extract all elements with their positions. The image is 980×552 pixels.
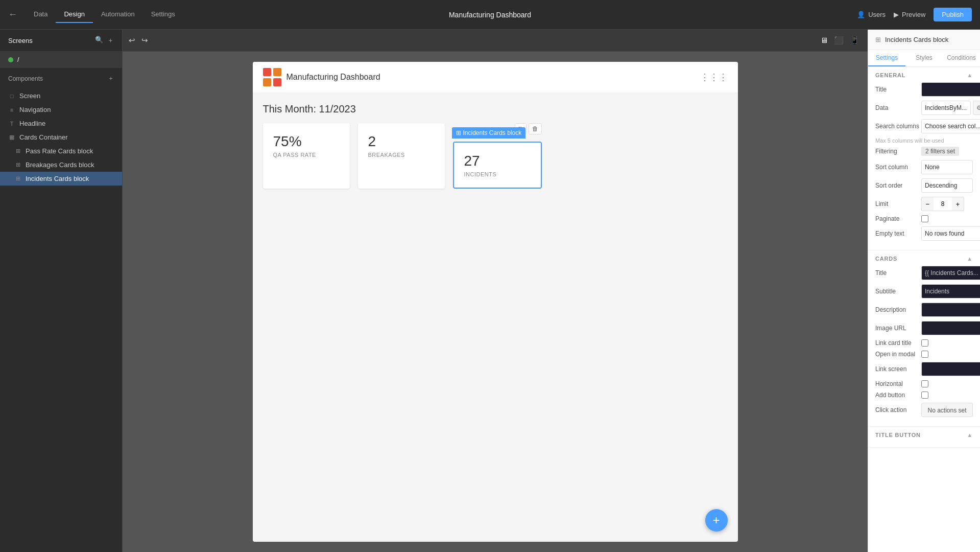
panel-icon: ⊞ [875,36,881,43]
empty-text-label: Empty text [875,230,921,237]
sidebar-item-breakages[interactable]: ⊞ Breakages Cards block [0,158,122,172]
breakages-label: BREAKAGES [368,152,435,158]
sort-order-select[interactable]: Descending [921,178,973,193]
right-panel: ⊞ Incidents Cards block Settings Styles … [868,30,980,552]
limit-stepper: − + [921,197,964,211]
field-sort-column: Sort column None [875,160,973,174]
tab-settings[interactable]: Settings [868,50,905,66]
screen-dot [8,57,13,62]
title-button-collapse-icon[interactable]: ▲ [967,432,973,438]
sidebar-item-headline[interactable]: T Headline [0,117,122,130]
limit-label: Limit [875,200,921,208]
add-component-icon[interactable]: ＋ [108,74,114,83]
search-columns-input-group: Choose search col... [921,119,980,133]
incidents-value: 27 [464,153,531,169]
tab-styles[interactable]: Styles [905,50,943,66]
sidebar-item-incidents[interactable]: ⊞ Incidents Cards block [0,172,122,186]
general-collapse-icon[interactable]: ▲ [967,72,973,78]
limit-decrement-btn[interactable]: − [921,197,934,211]
sidebar-item-screen[interactable]: □ Screen [0,89,122,103]
main-layout: Screens 🔍 ＋ / Components ＋ □ Screen ≡ Na… [0,30,980,552]
image-url-input[interactable] [921,321,980,335]
pass-rate-icon: ⊞ [14,148,21,155]
back-button[interactable]: ← [8,9,17,20]
delete-card-button[interactable]: 🗑 [529,123,542,134]
tab-automation[interactable]: Automation [93,6,143,23]
preview-button[interactable]: ▶ Preview [894,11,925,18]
filters-tag[interactable]: 2 filters set [921,147,959,156]
link-card-title-checkbox[interactable] [921,339,928,347]
users-button[interactable]: 👤 Users [857,11,886,18]
screen-item-root[interactable]: / [0,52,122,67]
description-input[interactable] [921,303,980,317]
incidents-card-inner: 27 INCIDENTS [454,143,541,188]
view-buttons: 🖥 ⬛ 📱 [818,34,862,47]
screens-label: Screens [8,37,33,44]
cards-title-input-group: ⚡ [921,266,980,280]
horizontal-checkbox[interactable] [921,380,928,387]
sidebar-item-cards-container[interactable]: ▦ Cards Container [0,130,122,144]
dots-menu-icon[interactable]: ⋮⋮⋮ [700,72,728,83]
canvas-toolbar: ↩ ↪ 🖥 ⬛ 📱 [123,30,868,52]
data-gear-btn[interactable]: ⚙ [973,101,980,115]
tab-conditions[interactable]: Conditions [943,50,980,66]
image-url-label: Image URL [875,325,921,332]
tablet-view-button[interactable]: ⬛ [832,34,846,47]
data-select[interactable]: IncidentsByM... [921,101,971,115]
add-button-checkbox[interactable] [921,392,928,399]
search-columns-select[interactable]: Choose search col... [921,119,980,133]
tab-data[interactable]: Data [26,6,56,23]
limit-input[interactable] [934,197,952,211]
headline-icon: T [8,120,15,127]
cards-title-input[interactable] [921,266,980,280]
publish-button[interactable]: Publish [934,8,972,21]
filtering-label: Filtering [875,148,921,155]
paginate-checkbox[interactable] [921,215,928,222]
breakages-icon: ⊞ [14,162,21,169]
screen-frame: Manufacturing Dashboard ⋮⋮⋮ This Month: … [253,62,738,542]
incidents-card-selected[interactable]: 27 INCIDENTS [453,142,542,189]
link-screen-input[interactable] [921,362,980,376]
description-input-group: ⚡ [921,303,980,317]
pass-rate-card[interactable]: 75% QA PASS RATE [263,123,350,189]
sidebar-item-pass-rate[interactable]: ⊞ Pass Rate Cards block [0,144,122,158]
tab-design[interactable]: Design [56,6,92,23]
sidebar-item-navigation[interactable]: ≡ Navigation [0,103,122,117]
subtitle-input-group: ⚡ [921,284,980,298]
search-icon[interactable]: 🔍 [95,36,103,45]
data-label: Data [875,104,921,111]
panel-header: ⊞ Incidents Cards block [868,30,980,50]
open-in-modal-checkbox[interactable] [921,351,928,358]
subtitle-input[interactable] [921,284,980,298]
undo-button[interactable]: ↩ [129,36,135,45]
cards-collapse-icon[interactable]: ▲ [967,256,973,262]
sort-column-select[interactable]: None [921,160,973,174]
screen-body: This Month: 11/2023 75% QA PASS RATE 2 B… [253,93,738,199]
redo-button[interactable]: ↪ [141,36,148,45]
cards-section-label: CARDS ▲ [875,256,973,262]
empty-text-input[interactable] [921,226,980,241]
right-actions: 👤 Users ▶ Preview Publish [857,8,972,21]
tab-settings[interactable]: Settings [143,6,183,23]
add-screen-icon[interactable]: ＋ [107,36,114,45]
field-horizontal: Horizontal [875,380,973,387]
panel-tabs: Settings Styles Conditions [868,50,980,67]
title-input[interactable] [921,82,980,97]
nav-tabs: Data Design Automation Settings [26,6,183,23]
field-open-in-modal: Open in modal [875,351,973,358]
image-url-input-group: ⚡ [921,321,980,335]
limit-increment-btn[interactable]: + [952,197,964,211]
click-action-button[interactable]: No actions set [921,403,973,417]
fab-button[interactable]: + [705,509,728,532]
link-screen-label: Link screen [875,365,921,373]
logo-icon [263,68,281,86]
mobile-view-button[interactable]: 📱 [848,34,862,47]
badge-icon: ⊞ [456,129,461,136]
components-header: Components ＋ [0,67,122,89]
incidents-card-container: ⧉ 🗑 ⊞ Incidents Cards block 27 INCIDEN [453,142,542,189]
breakages-card[interactable]: 2 BREAKAGES [358,123,445,189]
screens-header: Screens 🔍 ＋ [0,30,122,52]
field-data: Data IncidentsByM... ⚙ [875,101,973,115]
desktop-view-button[interactable]: 🖥 [818,34,830,47]
screen-app-title: Manufacturing Dashboard [286,73,380,82]
